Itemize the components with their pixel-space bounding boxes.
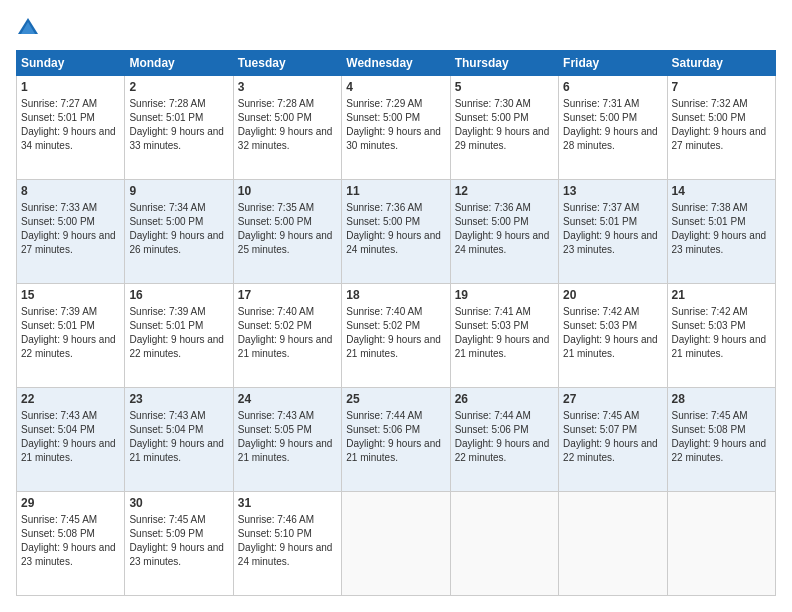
calendar-week-row: 1Sunrise: 7:27 AMSunset: 5:01 PMDaylight… [17, 76, 776, 180]
calendar-cell: 20Sunrise: 7:42 AMSunset: 5:03 PMDayligh… [559, 284, 667, 388]
calendar-week-row: 8Sunrise: 7:33 AMSunset: 5:00 PMDaylight… [17, 180, 776, 284]
sunset-text: Sunset: 5:03 PM [672, 320, 746, 331]
calendar-cell: 14Sunrise: 7:38 AMSunset: 5:01 PMDayligh… [667, 180, 775, 284]
calendar-cell: 8Sunrise: 7:33 AMSunset: 5:00 PMDaylight… [17, 180, 125, 284]
calendar-cell: 1Sunrise: 7:27 AMSunset: 5:01 PMDaylight… [17, 76, 125, 180]
daylight-text: Daylight: 9 hours and 26 minutes. [129, 230, 224, 255]
calendar-cell: 16Sunrise: 7:39 AMSunset: 5:01 PMDayligh… [125, 284, 233, 388]
calendar-week-row: 22Sunrise: 7:43 AMSunset: 5:04 PMDayligh… [17, 388, 776, 492]
daylight-text: Daylight: 9 hours and 27 minutes. [21, 230, 116, 255]
sunrise-text: Sunrise: 7:45 AM [672, 410, 748, 421]
day-number: 20 [563, 287, 662, 304]
calendar-cell: 30Sunrise: 7:45 AMSunset: 5:09 PMDayligh… [125, 492, 233, 596]
calendar-cell: 5Sunrise: 7:30 AMSunset: 5:00 PMDaylight… [450, 76, 558, 180]
sunset-text: Sunset: 5:00 PM [21, 216, 95, 227]
daylight-text: Daylight: 9 hours and 23 minutes. [21, 542, 116, 567]
calendar-cell: 29Sunrise: 7:45 AMSunset: 5:08 PMDayligh… [17, 492, 125, 596]
sunrise-text: Sunrise: 7:45 AM [563, 410, 639, 421]
sunset-text: Sunset: 5:03 PM [455, 320, 529, 331]
sunrise-text: Sunrise: 7:36 AM [346, 202, 422, 213]
day-number: 25 [346, 391, 445, 408]
sunset-text: Sunset: 5:00 PM [346, 112, 420, 123]
sunset-text: Sunset: 5:08 PM [21, 528, 95, 539]
day-number: 22 [21, 391, 120, 408]
daylight-text: Daylight: 9 hours and 23 minutes. [563, 230, 658, 255]
daylight-text: Daylight: 9 hours and 22 minutes. [563, 438, 658, 463]
calendar-header-row: SundayMondayTuesdayWednesdayThursdayFrid… [17, 51, 776, 76]
daylight-text: Daylight: 9 hours and 21 minutes. [563, 334, 658, 359]
day-number: 13 [563, 183, 662, 200]
sunset-text: Sunset: 5:00 PM [129, 216, 203, 227]
sunrise-text: Sunrise: 7:45 AM [21, 514, 97, 525]
sunset-text: Sunset: 5:00 PM [455, 112, 529, 123]
daylight-text: Daylight: 9 hours and 32 minutes. [238, 126, 333, 151]
day-number: 10 [238, 183, 337, 200]
day-number: 17 [238, 287, 337, 304]
sunset-text: Sunset: 5:10 PM [238, 528, 312, 539]
sunrise-text: Sunrise: 7:43 AM [129, 410, 205, 421]
sunrise-text: Sunrise: 7:32 AM [672, 98, 748, 109]
calendar-cell: 24Sunrise: 7:43 AMSunset: 5:05 PMDayligh… [233, 388, 341, 492]
day-number: 1 [21, 79, 120, 96]
daylight-text: Daylight: 9 hours and 22 minutes. [455, 438, 550, 463]
sunset-text: Sunset: 5:01 PM [21, 112, 95, 123]
sunrise-text: Sunrise: 7:29 AM [346, 98, 422, 109]
day-number: 6 [563, 79, 662, 96]
day-number: 18 [346, 287, 445, 304]
sunset-text: Sunset: 5:02 PM [346, 320, 420, 331]
day-number: 12 [455, 183, 554, 200]
sunrise-text: Sunrise: 7:37 AM [563, 202, 639, 213]
calendar-cell [667, 492, 775, 596]
day-number: 11 [346, 183, 445, 200]
daylight-text: Daylight: 9 hours and 21 minutes. [346, 438, 441, 463]
day-number: 4 [346, 79, 445, 96]
calendar-day-header: Thursday [450, 51, 558, 76]
daylight-text: Daylight: 9 hours and 24 minutes. [346, 230, 441, 255]
calendar-cell [450, 492, 558, 596]
sunrise-text: Sunrise: 7:44 AM [455, 410, 531, 421]
day-number: 26 [455, 391, 554, 408]
day-number: 7 [672, 79, 771, 96]
sunset-text: Sunset: 5:02 PM [238, 320, 312, 331]
sunset-text: Sunset: 5:09 PM [129, 528, 203, 539]
day-number: 28 [672, 391, 771, 408]
calendar-day-header: Friday [559, 51, 667, 76]
day-number: 2 [129, 79, 228, 96]
sunrise-text: Sunrise: 7:27 AM [21, 98, 97, 109]
daylight-text: Daylight: 9 hours and 24 minutes. [238, 542, 333, 567]
day-number: 29 [21, 495, 120, 512]
calendar-day-header: Sunday [17, 51, 125, 76]
day-number: 5 [455, 79, 554, 96]
sunrise-text: Sunrise: 7:42 AM [563, 306, 639, 317]
sunset-text: Sunset: 5:01 PM [129, 112, 203, 123]
sunrise-text: Sunrise: 7:38 AM [672, 202, 748, 213]
sunrise-text: Sunrise: 7:42 AM [672, 306, 748, 317]
page: SundayMondayTuesdayWednesdayThursdayFrid… [0, 0, 792, 612]
sunset-text: Sunset: 5:00 PM [563, 112, 637, 123]
sunrise-text: Sunrise: 7:41 AM [455, 306, 531, 317]
calendar-cell: 2Sunrise: 7:28 AMSunset: 5:01 PMDaylight… [125, 76, 233, 180]
sunrise-text: Sunrise: 7:39 AM [129, 306, 205, 317]
calendar-day-header: Tuesday [233, 51, 341, 76]
sunset-text: Sunset: 5:04 PM [129, 424, 203, 435]
calendar-cell: 26Sunrise: 7:44 AMSunset: 5:06 PMDayligh… [450, 388, 558, 492]
sunrise-text: Sunrise: 7:39 AM [21, 306, 97, 317]
day-number: 24 [238, 391, 337, 408]
daylight-text: Daylight: 9 hours and 22 minutes. [672, 438, 767, 463]
daylight-text: Daylight: 9 hours and 23 minutes. [672, 230, 767, 255]
day-number: 27 [563, 391, 662, 408]
daylight-text: Daylight: 9 hours and 22 minutes. [21, 334, 116, 359]
calendar-cell: 27Sunrise: 7:45 AMSunset: 5:07 PMDayligh… [559, 388, 667, 492]
daylight-text: Daylight: 9 hours and 27 minutes. [672, 126, 767, 151]
day-number: 30 [129, 495, 228, 512]
sunset-text: Sunset: 5:03 PM [563, 320, 637, 331]
sunrise-text: Sunrise: 7:40 AM [238, 306, 314, 317]
daylight-text: Daylight: 9 hours and 21 minutes. [129, 438, 224, 463]
calendar-cell: 28Sunrise: 7:45 AMSunset: 5:08 PMDayligh… [667, 388, 775, 492]
sunset-text: Sunset: 5:00 PM [672, 112, 746, 123]
calendar-cell: 6Sunrise: 7:31 AMSunset: 5:00 PMDaylight… [559, 76, 667, 180]
sunset-text: Sunset: 5:01 PM [672, 216, 746, 227]
logo-icon [16, 16, 40, 40]
sunrise-text: Sunrise: 7:43 AM [238, 410, 314, 421]
daylight-text: Daylight: 9 hours and 21 minutes. [455, 334, 550, 359]
